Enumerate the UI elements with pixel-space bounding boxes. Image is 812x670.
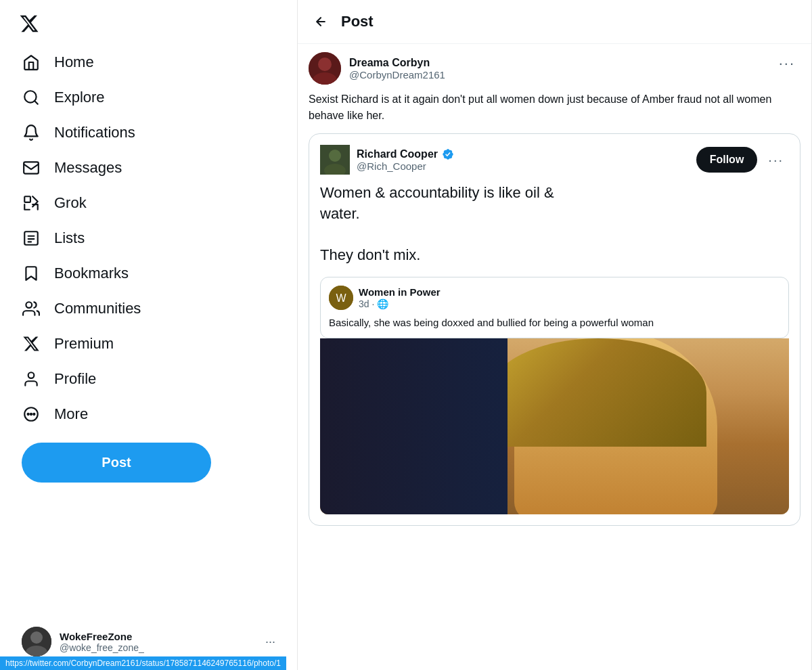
quoted-tweet-actions: Follow ··· [696,147,789,173]
quoted-author-name: Richard Cooper [357,148,438,160]
svg-point-20 [329,150,341,162]
main-nav: Home Explore Notifications Messages [11,45,286,432]
svg-rect-1 [24,162,39,173]
url-bar: https://twitter.com/CorbynDream2161/stat… [0,656,286,670]
nested-tweet-text: Basically, she was being doxxed and bull… [329,315,780,330]
follow-button[interactable]: Follow [696,147,758,173]
x-logo-container[interactable] [11,5,286,42]
page-title: Post [341,13,374,30]
svg-point-8 [28,372,35,378]
sidebar-item-label-explore: Explore [54,89,105,106]
quoted-author-handle: @Rich_Cooper [357,160,454,172]
footer-more-btn[interactable]: ··· [265,635,275,649]
sidebar: Home Explore Notifications Messages [0,0,298,670]
post-image-inner: m [320,338,789,514]
lists-icon [22,229,41,248]
premium-icon [22,334,41,353]
sidebar-item-label-grok: Grok [54,194,87,212]
sidebar-item-bookmarks[interactable]: Bookmarks [11,256,286,291]
tweet-avatar [309,52,341,85]
footer-avatar [22,627,51,656]
sidebar-item-premium[interactable]: Premium [11,326,286,361]
quoted-author-row: Richard Cooper @Rich_Cooper Follow ··· [320,145,789,175]
sidebar-item-label-profile: Profile [54,370,96,388]
main-content: Post Dreama Corbyn @CorbynDream2161 ··· [298,0,812,670]
sidebar-item-profile[interactable]: Profile [11,361,286,397]
tweet-avatar-image [309,52,341,85]
sidebar-item-explore[interactable]: Explore [11,80,286,115]
sidebar-item-label-bookmarks: Bookmarks [54,265,129,282]
quoted-avatar [320,145,350,175]
quoted-avatar-image [320,145,350,175]
svg-text:W: W [336,292,346,304]
verified-icon [442,148,454,160]
messages-icon [22,158,41,177]
nested-author-name: Women in Power [359,286,441,298]
nested-avatar: W [329,286,353,310]
svg-point-17 [318,58,332,71]
sidebar-item-label-notifications: Notifications [54,124,135,141]
home-icon [22,53,41,72]
bookmarks-icon [22,264,41,283]
hair-shape [490,338,706,447]
tweet-container: Dreama Corbyn @CorbynDream2161 ··· Sexis… [298,44,811,537]
back-button[interactable] [309,9,333,34]
footer-avatar-image [22,627,51,656]
post-image[interactable]: m [320,338,789,514]
sidebar-item-notifications[interactable]: Notifications [11,115,286,150]
crowd-bg [320,338,508,514]
footer-user-info: WokeFreeZone @woke_free_zone_ [60,631,257,653]
sidebar-item-label-communities: Communities [54,300,141,317]
sidebar-item-label-lists: Lists [54,229,85,247]
quoted-tweet-card: Richard Cooper @Rich_Cooper Follow ··· [309,133,800,526]
grok-icon [22,194,41,213]
explore-icon [22,88,41,107]
nested-avatar-image: W [329,286,353,310]
tweet-text: Sexist Richard is at it again don't put … [309,91,800,124]
verified-badge [442,148,454,160]
post-button[interactable]: Post [22,443,211,483]
sidebar-item-home[interactable]: Home [11,45,286,80]
sidebar-item-label-more: More [54,405,88,423]
svg-point-12 [33,414,35,415]
tweet-author-text: Dreama Corbyn @CorbynDream2161 [349,57,445,81]
quoted-author-info: Richard Cooper @Rich_Cooper [320,145,454,175]
premium-x-icon [22,335,40,353]
quoted-text-line2: water. [320,205,360,222]
more-icon [22,405,41,424]
profile-icon [22,370,41,388]
svg-point-11 [30,414,32,415]
sidebar-item-messages[interactable]: Messages [11,150,286,185]
quoted-text-line4: They don't mix. [320,246,420,263]
nested-meta: 3d · 🌐 [359,298,441,309]
footer-user-handle: @woke_free_zone_ [60,642,257,653]
quoted-tweet-text: Women & accountability is like oil & wat… [320,183,789,266]
tweet-author-handle: @CorbynDream2161 [349,69,445,81]
footer-user-name: WokeFreeZone [60,631,257,642]
x-logo-icon [19,14,39,34]
post-page-header: Post [298,0,811,44]
svg-point-14 [30,631,43,644]
nested-author-row: W Women in Power 3d · 🌐 [329,286,780,310]
nested-author-text: Women in Power 3d · 🌐 [359,286,441,309]
sidebar-item-more[interactable]: More [11,397,286,432]
sidebar-item-label-messages: Messages [54,159,122,177]
svg-point-7 [26,302,32,308]
sidebar-item-lists[interactable]: Lists [11,221,286,256]
sidebar-item-label-home: Home [54,53,94,71]
notifications-icon [22,123,41,142]
quoted-author-text: Richard Cooper @Rich_Cooper [357,148,454,172]
svg-point-10 [28,414,29,415]
tweet-author-row: Dreama Corbyn @CorbynDream2161 ··· [309,52,800,85]
back-arrow-icon [314,15,328,28]
nested-quote-card: W Women in Power 3d · 🌐 Basically, she w… [320,277,789,338]
communities-icon [22,299,41,318]
image-face-area [320,338,789,514]
sidebar-item-grok[interactable]: Grok [11,185,286,221]
quoted-text-line1: Women & accountability is like oil & [320,184,554,201]
tweet-author-info: Dreama Corbyn @CorbynDream2161 [309,52,445,85]
tweet-more-button[interactable]: ··· [773,52,800,75]
quoted-more-button[interactable]: ··· [763,150,789,171]
sidebar-item-communities[interactable]: Communities [11,291,286,326]
svg-rect-2 [24,196,30,202]
